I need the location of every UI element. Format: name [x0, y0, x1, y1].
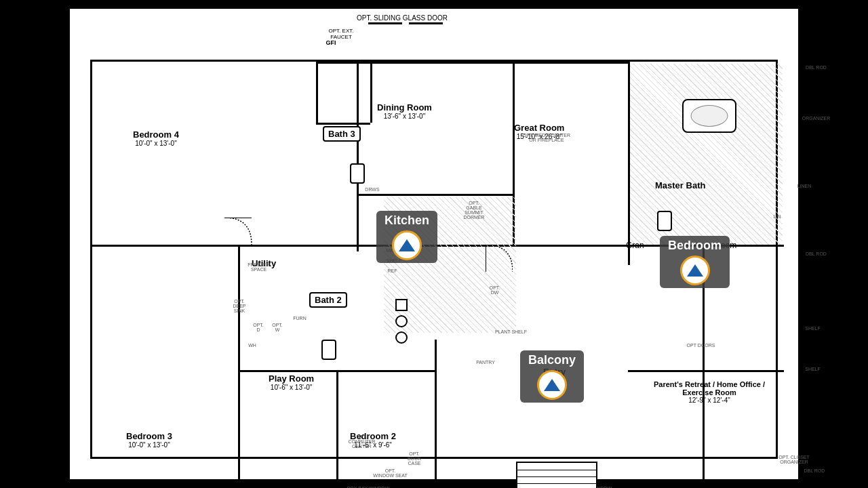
bedroom-grand-arrow[interactable] [680, 256, 710, 285]
door-bedroom4 [224, 218, 258, 251]
burner1 [395, 299, 408, 311]
toilet-bath2 [321, 340, 336, 360]
ref-label: REF [384, 268, 401, 273]
floor-plan-wrapper: OPT. SLIDING GLASS DOOR OPT. EXT.FAUCET … [68, 7, 800, 481]
wall-v-bath3-left [316, 62, 318, 123]
lin-label: LIN [770, 214, 784, 219]
wall-h-kitchen [357, 194, 513, 196]
drws-label: DRWS [362, 187, 382, 192]
gran-label: Gran [626, 241, 644, 250]
wall-v-bed3-bed2 [336, 370, 338, 488]
linen-label: LINEN [791, 184, 818, 188]
pantry-label: PANTRY [472, 360, 499, 365]
entry-stairs [516, 462, 597, 488]
balcony-badge[interactable]: Balcony [520, 350, 584, 403]
wall-h-bath3-bot [316, 123, 370, 125]
opt-doors-label: OPT DOORS [682, 343, 719, 348]
bedroom-grand-badge[interactable]: Bedroom [660, 236, 730, 288]
wall-h-parent [628, 370, 784, 372]
opt-dw-label: OPT.DW [483, 285, 507, 295]
door-kitchen [486, 245, 513, 272]
master-bath-label: Master Bath [655, 180, 705, 190]
ext-faucet-label: OPT. EXT.FAUCET [321, 28, 361, 40]
bedroom3-label: Bedroom 3 10'-0" x 13'-0" [126, 431, 172, 449]
balcony-arrow[interactable] [537, 370, 567, 400]
opt-book-case-label: OPT.BOOKCASE [401, 451, 428, 466]
bath2-label: Bath 2 [309, 292, 347, 308]
opt-d-label: OPT.D [248, 323, 269, 332]
opt-media-center: OPT. MEDIA CENTEROR FIREPLACE [516, 133, 577, 142]
furn-label: FURN [290, 316, 310, 321]
sliding-glass-door-label: OPT. SLIDING GLASS DOOR [355, 14, 450, 22]
bathtub [682, 99, 736, 133]
kitchen-badge[interactable]: Kitchen [376, 211, 437, 263]
burner2 [395, 315, 408, 327]
bath3-label: Bath 3 [323, 126, 361, 142]
top-annotation-area: OPT. SLIDING GLASS DOOR OPT. EXT.FAUCET … [70, 9, 798, 60]
wall-v-bath3-right [370, 62, 372, 123]
wall-v-1 [357, 62, 359, 251]
opt-w-label: OPT.W [267, 323, 288, 332]
opt-computer-center-label: OPT.COMPUTERCENTER [343, 434, 380, 449]
parents-retreat-label: Parent's Retreat / Home Office / Exercis… [643, 380, 776, 404]
opt-deep-sink: OPT.DEEPSINK [226, 299, 253, 313]
toilet-master [657, 211, 672, 231]
kitchen-arrow[interactable] [392, 230, 422, 260]
plant-shelf-label: PLANT SHELF [492, 329, 530, 334]
master-bath-tile [630, 64, 783, 245]
window-seat-label: OPT.WINDOW SEAT [372, 468, 409, 478]
play-room-label: Play Room 10'-6" x 13'-0" [269, 373, 314, 391]
wall-h-bath3-top [316, 62, 370, 64]
shelf-right2-label: SHELF [801, 326, 825, 331]
dbl-rod-top-label: DBL ROD [801, 65, 831, 70]
wall-h-top-mid [357, 62, 628, 64]
wall-h-1 [92, 245, 628, 247]
bedroom4-label: Bedroom 4 10'-0" x 13'-0" [133, 129, 179, 147]
dining-room-label: Dining Room 13'-6" x 13'-0" [377, 102, 432, 120]
opt-gable-dormer: OPT.GABLESUMMITDORMER [450, 201, 498, 220]
opt-closet-organizer-label: OPT. CLOSETORGANIZER [774, 455, 814, 464]
toilet-bath3 [350, 163, 365, 184]
organizer-label: ORGANIZER [801, 116, 831, 121]
freezer-space-label: FREEZERSPACE [240, 262, 277, 272]
dbl-rod-bot-label: DBL ROD [801, 468, 828, 473]
wall-v-3 [238, 245, 240, 488]
wall-v-4 [435, 340, 437, 488]
burner3 [395, 331, 408, 344]
shelf-right-label: SHELF [801, 367, 825, 371]
dbl-rod-mid-label: DBL ROD [801, 251, 831, 256]
wh-label: WH [245, 343, 259, 348]
gfi-label: GFI [321, 39, 341, 46]
